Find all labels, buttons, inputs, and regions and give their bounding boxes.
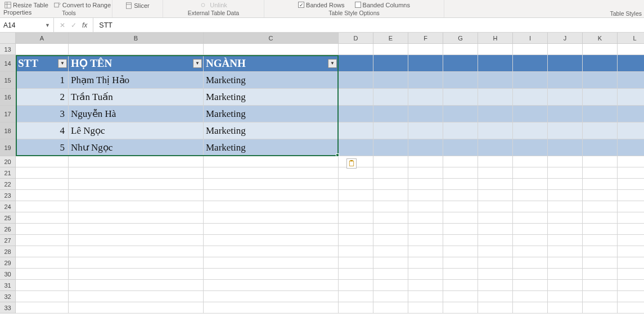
cell[interactable] <box>204 179 339 190</box>
cell[interactable] <box>339 139 373 156</box>
cell-stt[interactable]: 5 <box>16 139 69 156</box>
cell[interactable] <box>16 179 69 190</box>
col-header-F[interactable]: F <box>408 33 443 44</box>
cell[interactable] <box>408 280 443 291</box>
cell[interactable] <box>204 201 339 212</box>
cell[interactable] <box>16 156 69 167</box>
row-header-24[interactable]: 24 <box>0 201 16 212</box>
cell[interactable] <box>443 179 478 190</box>
cell[interactable] <box>443 190 478 201</box>
cell[interactable] <box>443 201 478 212</box>
cell[interactable] <box>373 201 408 212</box>
cell[interactable] <box>618 122 644 139</box>
cell[interactable] <box>16 269 69 280</box>
cell[interactable] <box>373 212 408 224</box>
cell[interactable] <box>548 44 583 55</box>
cell[interactable] <box>443 257 478 269</box>
cell[interactable] <box>69 156 204 167</box>
cell[interactable] <box>373 302 408 314</box>
cell[interactable] <box>408 167 443 179</box>
cell[interactable] <box>548 269 583 280</box>
cell[interactable] <box>443 235 478 246</box>
cell[interactable] <box>478 55 513 72</box>
cell[interactable] <box>373 106 408 122</box>
row-header-28[interactable]: 28 <box>0 246 16 257</box>
cell[interactable] <box>373 167 408 179</box>
col-header-K[interactable]: K <box>583 33 618 44</box>
cell[interactable] <box>16 291 69 302</box>
cell[interactable] <box>373 89 408 106</box>
slicer-button[interactable]: Slicer <box>124 2 151 9</box>
row-header-29[interactable]: 29 <box>0 257 16 269</box>
cell[interactable] <box>339 291 373 302</box>
cell[interactable] <box>548 72 583 89</box>
cell[interactable] <box>513 89 548 106</box>
cell[interactable] <box>513 122 548 139</box>
cell[interactable] <box>443 302 478 314</box>
cell[interactable] <box>583 89 618 106</box>
row-header-31[interactable]: 31 <box>0 280 16 291</box>
cell[interactable] <box>443 212 478 224</box>
cell-stt[interactable]: 3 <box>16 106 69 122</box>
cell[interactable] <box>548 55 583 72</box>
cell[interactable] <box>408 106 443 122</box>
cell[interactable] <box>443 139 478 156</box>
col-header-D[interactable]: D <box>339 33 373 44</box>
cell[interactable] <box>513 235 548 246</box>
cell-name[interactable]: Như Ngọc <box>69 139 204 156</box>
cell[interactable] <box>408 201 443 212</box>
cell[interactable] <box>548 235 583 246</box>
cell[interactable] <box>373 235 408 246</box>
cell[interactable] <box>583 246 618 257</box>
cell[interactable] <box>478 44 513 55</box>
cell[interactable] <box>583 72 618 89</box>
cell-major[interactable]: Marketing <box>204 89 339 106</box>
cell[interactable] <box>373 280 408 291</box>
cell-stt[interactable]: 1 <box>16 72 69 89</box>
cell[interactable] <box>443 167 478 179</box>
cell[interactable] <box>16 44 69 55</box>
cell[interactable] <box>408 235 443 246</box>
cell[interactable] <box>443 55 478 72</box>
row-header-33[interactable]: 33 <box>0 302 16 314</box>
cell[interactable] <box>16 235 69 246</box>
cell[interactable] <box>443 72 478 89</box>
row-header-18[interactable]: 18 <box>0 122 16 139</box>
cell[interactable] <box>373 44 408 55</box>
col-header-I[interactable]: I <box>513 33 548 44</box>
cell[interactable] <box>513 269 548 280</box>
cell[interactable] <box>548 190 583 201</box>
cell[interactable] <box>373 257 408 269</box>
cell[interactable] <box>204 302 339 314</box>
cell[interactable] <box>583 55 618 72</box>
cell[interactable] <box>408 44 443 55</box>
cell[interactable] <box>583 106 618 122</box>
col-header-C[interactable]: C <box>204 33 339 44</box>
cell[interactable] <box>513 106 548 122</box>
cell[interactable] <box>204 257 339 269</box>
cell[interactable] <box>618 246 644 257</box>
cell[interactable] <box>478 72 513 89</box>
cell[interactable] <box>16 212 69 224</box>
cell-major[interactable]: Marketing <box>204 139 339 156</box>
cell[interactable] <box>16 190 69 201</box>
cell[interactable] <box>513 246 548 257</box>
row-header-15[interactable]: 15 <box>0 72 16 89</box>
cell[interactable] <box>408 156 443 167</box>
cell[interactable] <box>478 291 513 302</box>
cell[interactable] <box>618 72 644 89</box>
cell[interactable] <box>69 291 204 302</box>
banded-cols-checkbox[interactable]: Banded Columns <box>355 2 410 8</box>
cell[interactable] <box>373 139 408 156</box>
cell[interactable] <box>478 246 513 257</box>
select-all-corner[interactable] <box>0 33 16 44</box>
cell[interactable] <box>69 235 204 246</box>
cell[interactable] <box>583 139 618 156</box>
cell[interactable] <box>478 106 513 122</box>
cell[interactable] <box>583 179 618 190</box>
cell[interactable] <box>478 269 513 280</box>
cell[interactable] <box>408 139 443 156</box>
cell[interactable] <box>548 257 583 269</box>
col-header-J[interactable]: J <box>548 33 583 44</box>
accept-formula-icon[interactable]: ✓ <box>71 21 76 29</box>
